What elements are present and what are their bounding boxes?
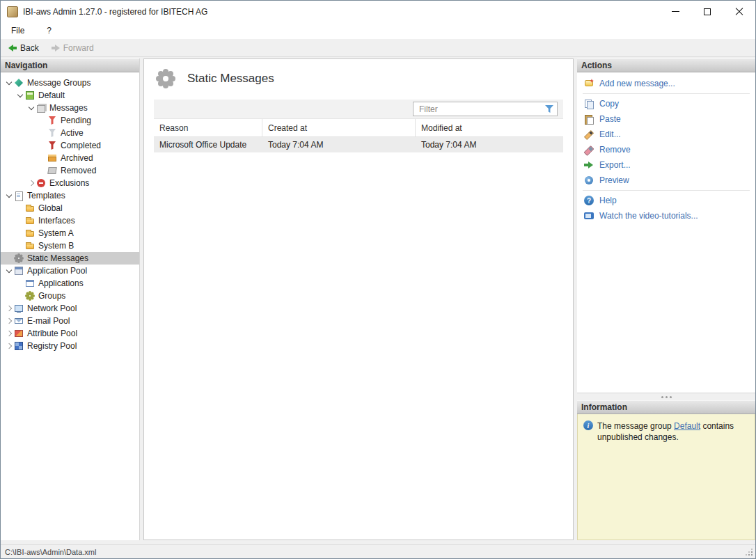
static-messages-icon — [14, 253, 24, 263]
tree-item-applications[interactable]: Applications — [1, 277, 139, 290]
actions-separator — [583, 190, 750, 191]
table-cell: Microsoft Office Update — [154, 137, 262, 152]
archived-icon — [47, 153, 57, 163]
tree-item-registry-pool[interactable]: Registry Pool — [1, 340, 139, 352]
column-header-reason[interactable]: Reason — [154, 119, 262, 136]
navigation-panel-header: Navigation — [1, 58, 139, 72]
action-label: Edit... — [599, 129, 621, 139]
action-preview[interactable]: Preview — [577, 173, 755, 188]
tree-item-message-groups[interactable]: Message Groups — [1, 77, 139, 89]
minimize-button[interactable] — [659, 1, 691, 22]
forward-arrow-icon — [52, 45, 60, 52]
information-message: The message group Default contains unpub… — [597, 420, 738, 443]
tree-item-system-b[interactable]: System B — [1, 239, 139, 252]
groups-icon — [25, 291, 35, 301]
action-watch-the-video-tutorials[interactable]: Watch the video-tutorials... — [577, 208, 755, 223]
table-header: ReasonCreated atModified at — [154, 119, 563, 137]
tree-item-global[interactable]: Global — [1, 202, 139, 214]
maximize-button[interactable] — [691, 1, 723, 22]
remove-icon — [584, 145, 594, 155]
column-header-created-at[interactable]: Created at — [262, 119, 416, 136]
default-group-link[interactable]: Default — [674, 421, 700, 431]
menu-file[interactable]: File — [8, 24, 28, 37]
exclusions-icon — [36, 178, 46, 188]
action-edit[interactable]: Edit... — [577, 127, 755, 142]
removed-icon — [47, 166, 57, 175]
tree-item-attribute-pool[interactable]: Attribute Pool — [1, 327, 139, 340]
static-messages-gear-icon — [154, 67, 178, 90]
expand-chevron-icon[interactable] — [3, 331, 14, 336]
resize-grip-icon[interactable] — [751, 554, 753, 556]
tree-item-system-a[interactable]: System A — [1, 227, 139, 239]
actions-panel-header: Actions — [577, 58, 755, 72]
tree-item-active[interactable]: Active — [1, 127, 139, 139]
collapse-chevron-icon[interactable] — [15, 94, 25, 97]
attribute-pool-icon — [14, 329, 24, 338]
action-add-new-message[interactable]: Add new message... — [577, 76, 755, 91]
filter-pending-icon — [47, 116, 57, 125]
close-icon — [735, 8, 743, 16]
collapse-chevron-icon[interactable] — [26, 107, 36, 109]
close-button[interactable] — [723, 1, 755, 22]
status-file-path: C:\IBI-aws\Admin\Data.xml — [5, 548, 96, 556]
folder-icon — [25, 241, 35, 251]
table-row[interactable]: Microsoft Office UpdateToday 7:04 AMToda… — [154, 137, 563, 152]
preview-icon — [584, 175, 594, 185]
default-group-icon — [25, 90, 35, 100]
tree-item-label: Interfaces — [38, 216, 75, 226]
content-body: ReasonCreated atModified at Microsoft Of… — [144, 100, 573, 540]
action-label: Watch the video-tutorials... — [599, 211, 698, 221]
folder-icon — [25, 203, 35, 213]
tree-item-completed[interactable]: Completed — [1, 139, 139, 152]
action-help[interactable]: Help — [577, 193, 755, 208]
collapse-chevron-icon[interactable] — [3, 194, 14, 197]
tree-item-archived[interactable]: Archived — [1, 152, 139, 164]
tree-item-exclusions[interactable]: Exclusions — [1, 177, 139, 189]
filter-box — [413, 102, 558, 116]
expand-chevron-icon[interactable] — [26, 181, 36, 185]
applications-icon — [25, 278, 35, 288]
expand-chevron-icon[interactable] — [3, 344, 14, 348]
tree-item-pending[interactable]: Pending — [1, 114, 139, 127]
actions-separator — [583, 93, 750, 94]
tree-item-label: Registry Pool — [27, 341, 77, 351]
tree-item-label: Static Messages — [27, 253, 88, 263]
tree-item-label: Messages — [49, 103, 88, 113]
back-button[interactable]: Back — [3, 41, 44, 55]
filter-input[interactable] — [413, 102, 558, 116]
tree-item-e-mail-pool[interactable]: E-mail Pool — [1, 315, 139, 327]
action-label: Add new message... — [599, 79, 675, 88]
tree-item-network-pool[interactable]: Network Pool — [1, 302, 139, 315]
tree-item-label: E-mail Pool — [27, 316, 70, 326]
action-remove[interactable]: Remove — [577, 142, 755, 157]
information-box: The message group Default contains unpub… — [577, 414, 755, 540]
menu-help[interactable]: ? — [43, 24, 55, 37]
action-paste[interactable]: Paste — [577, 111, 755, 127]
tree-item-templates[interactable]: Templates — [1, 189, 139, 202]
expand-chevron-icon[interactable] — [3, 319, 14, 323]
panel-splitter[interactable] — [577, 393, 755, 400]
tree-item-interfaces[interactable]: Interfaces — [1, 214, 139, 227]
forward-button[interactable]: Forward — [47, 41, 99, 55]
collapse-chevron-icon[interactable] — [3, 81, 14, 84]
application-pool-icon — [14, 266, 24, 276]
tree-item-default[interactable]: Default — [1, 89, 139, 102]
tree-item-groups[interactable]: Groups — [1, 290, 139, 302]
collapse-chevron-icon[interactable] — [3, 269, 14, 272]
tree-item-static-messages[interactable]: Static Messages — [1, 252, 139, 265]
action-copy[interactable]: Copy — [577, 96, 755, 111]
action-label: Copy — [599, 99, 619, 109]
messages-icon — [36, 103, 46, 113]
tree-item-application-pool[interactable]: Application Pool — [1, 265, 139, 277]
tree-item-removed[interactable]: Removed — [1, 164, 139, 177]
table-cell: Today 7:04 AM — [416, 137, 563, 152]
expand-chevron-icon[interactable] — [3, 306, 14, 310]
action-export[interactable]: Export... — [577, 157, 755, 173]
column-header-modified-at[interactable]: Modified at — [416, 119, 563, 136]
tree-item-messages[interactable]: Messages — [1, 102, 139, 114]
maximize-icon — [704, 8, 711, 15]
content-header: Static Messages — [144, 59, 573, 100]
forward-button-label: Forward — [63, 43, 94, 53]
copy-icon — [584, 99, 594, 109]
actions-list: Add new message...CopyPasteEdit...Remove… — [577, 72, 755, 393]
